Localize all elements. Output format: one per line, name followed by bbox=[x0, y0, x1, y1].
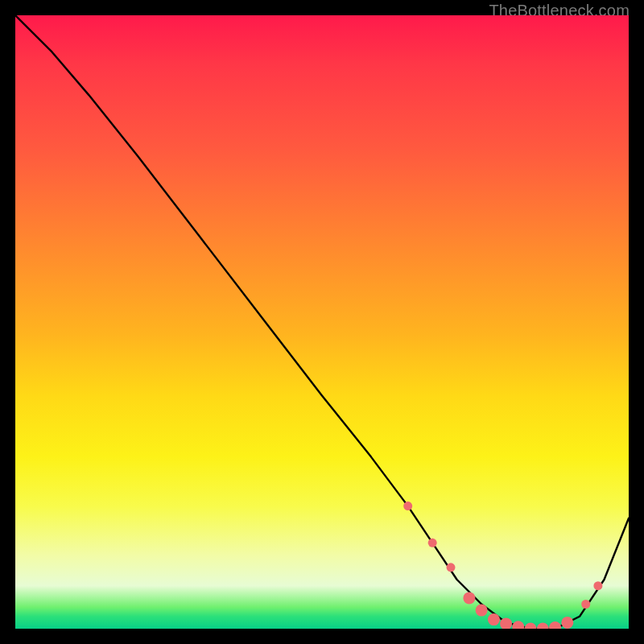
marker-dot bbox=[512, 621, 524, 629]
curve-svg bbox=[15, 15, 629, 629]
marker-dot bbox=[403, 502, 412, 510]
marker-dot bbox=[447, 563, 456, 572]
marker-dot bbox=[428, 539, 437, 547]
plot-area bbox=[15, 15, 629, 629]
marker-dot bbox=[549, 621, 561, 629]
bottleneck-curve bbox=[15, 15, 629, 629]
marker-dot bbox=[476, 605, 488, 617]
marker-dot bbox=[488, 613, 500, 625]
marker-dot bbox=[561, 617, 573, 629]
marker-dot bbox=[581, 600, 590, 609]
marker-dot bbox=[463, 592, 475, 604]
marker-dot bbox=[537, 623, 549, 630]
marker-dot bbox=[593, 581, 602, 590]
curve-markers bbox=[403, 502, 602, 629]
chart-stage: TheBottleneck.com bbox=[0, 0, 644, 644]
marker-dot bbox=[525, 623, 537, 630]
